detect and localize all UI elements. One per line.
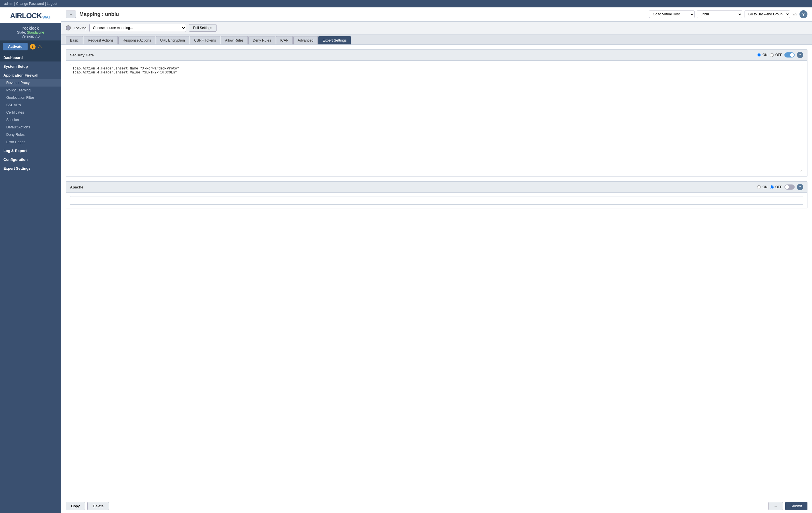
- sidebar-item-session[interactable]: Session: [0, 116, 61, 124]
- version-line: Version: 7.0: [2, 34, 59, 38]
- header-controls: Go to Virtual Host unblu Go to Back-end …: [649, 10, 808, 18]
- sidebar-item-certificates[interactable]: Certificates: [0, 109, 61, 116]
- sidebar-item-policy-learning[interactable]: Policy Learning: [0, 86, 61, 94]
- logout-link[interactable]: Logout: [47, 2, 57, 6]
- bottom-right: ← Submit: [768, 502, 808, 510]
- state-line: State: Standalone: [2, 30, 59, 34]
- sidebar-item-expert-settings[interactable]: Expert Settings: [0, 163, 61, 172]
- apache-title: Apache: [70, 185, 83, 189]
- virtual-host-value-select[interactable]: unblu: [697, 10, 742, 18]
- tab-basic[interactable]: Basic: [66, 36, 83, 45]
- security-gate-toggle-group: ON OFF ?: [757, 52, 803, 58]
- security-gate-on-radio[interactable]: ON: [757, 53, 767, 57]
- warning-icon: ⚠: [38, 44, 42, 49]
- sidebar-item-default-actions[interactable]: Default Actions: [0, 124, 61, 131]
- logo-waf: WAF: [42, 15, 51, 19]
- logo: AIRLOCK WAF: [0, 7, 61, 23]
- tabs-bar: Basic Request Actions Response Actions U…: [61, 34, 812, 45]
- security-gate-off-radio[interactable]: OFF: [770, 53, 782, 57]
- sg-on-label: ON: [762, 53, 767, 57]
- top-bar: admin | Change Password | Logout: [0, 0, 812, 7]
- apache-toggle-switch[interactable]: [784, 185, 795, 190]
- tab-advanced[interactable]: Advanced: [293, 36, 318, 45]
- apache-help-button[interactable]: ?: [797, 184, 803, 190]
- sidebar-nav: Dashboard System Setup Application Firew…: [0, 53, 61, 513]
- security-gate-section: Security Gate ON OFF ?: [66, 49, 808, 177]
- apache-toggle-group: ON OFF ?: [757, 184, 803, 190]
- tab-request-actions[interactable]: Request Actions: [84, 36, 118, 45]
- tab-response-actions[interactable]: Response Actions: [118, 36, 155, 45]
- ap-on-label: ON: [762, 185, 767, 189]
- apache-input[interactable]: [70, 196, 803, 205]
- sidebar-user: rocklock State: Standalone Version: 7.0: [0, 23, 61, 40]
- security-gate-code-editor[interactable]: Icap.Action.4.Header.Insert.Name "X-Forw…: [70, 64, 803, 172]
- backend-group-count: 2/2: [792, 12, 797, 16]
- pull-settings-button[interactable]: Pull Settings: [189, 24, 216, 32]
- delete-button[interactable]: Delete: [87, 502, 109, 510]
- submit-button[interactable]: Submit: [785, 502, 808, 510]
- prev-button[interactable]: ←: [768, 502, 783, 510]
- help-button[interactable]: ?: [800, 10, 808, 18]
- apache-off-radio[interactable]: OFF: [770, 185, 782, 189]
- content-area: ← Mapping : unblu Go to Virtual Host unb…: [61, 7, 812, 513]
- sidebar-item-reverse-proxy[interactable]: Reverse Proxy: [0, 79, 61, 86]
- security-gate-help-button[interactable]: ?: [797, 52, 803, 58]
- copy-button[interactable]: Copy: [66, 502, 85, 510]
- sidebar-item-configuration[interactable]: Configuration: [0, 155, 61, 163]
- tab-allow-rules[interactable]: Allow Rules: [221, 36, 248, 45]
- activate-count: 1: [30, 44, 35, 50]
- sidebar-item-ssl-vpn[interactable]: SSL VPN: [0, 101, 61, 109]
- activate-bar: Activate 1 ⚠: [0, 40, 61, 53]
- security-gate-header: Security Gate ON OFF ?: [66, 50, 807, 61]
- locking-label: Locking: [74, 26, 86, 30]
- page-title: Mapping : unblu: [79, 11, 645, 17]
- username: rocklock: [2, 26, 59, 30]
- tab-url-encryption[interactable]: URL Encryption: [156, 36, 189, 45]
- sidebar-item-error-pages[interactable]: Error Pages: [0, 138, 61, 146]
- page-header: ← Mapping : unblu Go to Virtual Host unb…: [61, 7, 812, 22]
- apache-section: Apache ON OFF ?: [66, 181, 808, 208]
- security-gate-body: Icap.Action.4.Header.Insert.Name "X-Forw…: [66, 61, 807, 177]
- ap-off-label: OFF: [775, 185, 782, 189]
- locking-bar: Locking Choose source mapping... Pull Se…: [61, 22, 812, 34]
- version-label: Version:: [22, 34, 34, 38]
- activate-button[interactable]: Activate: [3, 43, 28, 50]
- security-gate-title: Security Gate: [70, 53, 94, 57]
- virtual-host-select[interactable]: Go to Virtual Host: [649, 10, 695, 18]
- security-gate-toggle-switch[interactable]: [784, 52, 795, 57]
- state-value: Standalone: [27, 30, 44, 34]
- tab-csrf-tokens[interactable]: CSRF Tokens: [190, 36, 220, 45]
- admin-label: admin: [4, 2, 13, 6]
- bottom-left: Copy Delete: [66, 502, 109, 510]
- back-button[interactable]: ←: [66, 10, 76, 18]
- sidebar-item-log-report[interactable]: Log & Report: [0, 146, 61, 155]
- sidebar: AIRLOCK WAF rocklock State: Standalone V…: [0, 7, 61, 513]
- backend-group-select[interactable]: Go to Back-end Group: [745, 10, 790, 18]
- tab-icap[interactable]: ICAP: [276, 36, 293, 45]
- state-label: State:: [17, 30, 26, 34]
- sg-off-label: OFF: [775, 53, 782, 57]
- sidebar-item-dashboard[interactable]: Dashboard: [0, 53, 61, 61]
- tab-expert-settings[interactable]: Expert Settings: [318, 36, 351, 45]
- locking-indicator: [66, 25, 71, 30]
- apache-body: [66, 193, 807, 208]
- main-content: Security Gate ON OFF ?: [61, 45, 812, 499]
- logo-text: AIRLOCK: [10, 11, 41, 20]
- version-value: 7.0: [35, 34, 40, 38]
- source-mapping-select[interactable]: Choose source mapping...: [89, 24, 186, 32]
- tab-deny-rules[interactable]: Deny Rules: [249, 36, 276, 45]
- sidebar-item-deny-rules[interactable]: Deny Rules: [0, 131, 61, 138]
- apache-on-radio[interactable]: ON: [757, 185, 767, 189]
- sidebar-item-system-setup[interactable]: System Setup: [0, 61, 61, 70]
- bottom-bar: Copy Delete ← Submit: [61, 499, 812, 513]
- apache-header: Apache ON OFF ?: [66, 182, 807, 193]
- sidebar-item-geolocation-filter[interactable]: Geolocation Filter: [0, 94, 61, 101]
- sidebar-item-application-firewall[interactable]: Application Firewall: [0, 70, 61, 79]
- change-password-link[interactable]: Change Password: [16, 2, 44, 6]
